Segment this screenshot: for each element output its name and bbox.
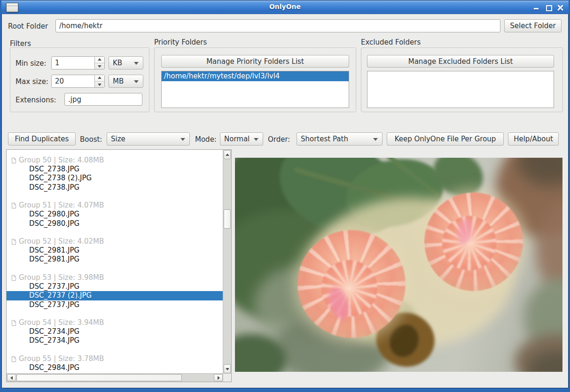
duplicate-group: Group 50 | Size: 4.08MBDSC_2738.JPGDSC_2… <box>7 156 223 192</box>
max-size-spinner[interactable]: 20 <box>51 75 105 88</box>
extensions-input[interactable]: .jpg <box>64 93 142 106</box>
root-folder-input[interactable]: /home/hektr <box>55 19 500 32</box>
order-label: Order: <box>268 135 290 144</box>
vertical-scrollbar[interactable] <box>223 150 231 374</box>
order-value: Shortest Path <box>301 135 348 143</box>
filters-title: Filters <box>10 39 31 48</box>
scrollbar-corner <box>223 373 231 382</box>
manage-excluded-folders-button[interactable]: Manage Excluded Folders List <box>367 55 554 68</box>
file-row[interactable]: DSC_2738.JPG <box>7 183 223 192</box>
find-duplicates-button[interactable]: Find Duplicates <box>8 132 76 146</box>
boost-value: Size <box>111 135 125 143</box>
manage-priority-folders-button[interactable]: Manage Priority Folders List <box>161 55 349 68</box>
max-size-value[interactable]: 20 <box>52 75 94 87</box>
group-header: Group 55 | Size: 3.78MB <box>7 354 223 363</box>
max-size-down-icon[interactable] <box>95 81 104 88</box>
boost-dropdown[interactable]: Size <box>107 132 190 146</box>
excluded-folders-title: Excluded Folders <box>361 38 421 46</box>
file-row[interactable]: DSC_2737.JPG <box>7 282 223 291</box>
chevron-down-icon <box>373 138 378 141</box>
chevron-down-icon <box>180 138 185 141</box>
min-size-unit-dropdown[interactable]: KB <box>109 56 143 69</box>
mode-label: Mode: <box>195 135 217 144</box>
file-row[interactable]: DSC_2738 (2).JPG <box>7 174 223 183</box>
duplicates-panel: Group 50 | Size: 4.08MBDSC_2738.JPGDSC_2… <box>6 149 232 382</box>
boost-label: Boost: <box>80 135 102 144</box>
help-about-button[interactable]: Help/About <box>508 132 559 146</box>
order-dropdown[interactable]: Shortest Path <box>297 132 383 146</box>
file-row[interactable]: DSC_2980.JPG <box>7 210 223 219</box>
duplicates-list[interactable]: Group 50 | Size: 4.08MBDSC_2738.JPGDSC_2… <box>7 150 223 374</box>
close-icon[interactable] <box>557 4 564 11</box>
max-size-unit-value: MB <box>113 77 124 85</box>
excluded-folders-list[interactable] <box>367 71 554 108</box>
folder-list-item[interactable]: /home/hektr/mytest/dep/lvl3/lvl4 <box>162 71 349 81</box>
file-row[interactable]: DSC_2734.JPG <box>7 336 223 345</box>
scroll-left-icon[interactable] <box>7 374 16 381</box>
group-header: Group 54 | Size: 3.94MB <box>7 318 223 327</box>
file-row[interactable]: DSC_2737.JPG <box>7 300 223 309</box>
file-row[interactable]: DSC_2734.JPG <box>7 327 223 336</box>
scroll-up-icon[interactable] <box>224 150 231 159</box>
keep-onlyone-button[interactable]: Keep OnlyOne File Per Group <box>387 132 504 146</box>
group-header: Group 53 | Size: 3.98MB <box>7 273 223 282</box>
file-row[interactable]: DSC_2981.JPG <box>7 246 223 255</box>
chevron-down-icon <box>134 80 139 83</box>
group-header: Group 52 | Size: 4.02MB <box>7 237 223 246</box>
minimize-icon[interactable] <box>533 4 539 11</box>
mode-dropdown[interactable]: Normal <box>220 132 263 146</box>
image-preview <box>235 158 562 372</box>
priority-folders-list[interactable]: /home/hektr/mytest/dep/lvl3/lvl4 <box>161 71 349 108</box>
extensions-label: Extensions: <box>16 96 56 104</box>
chevron-down-icon <box>254 138 258 141</box>
file-row[interactable]: DSC_2981.JPG <box>7 255 223 264</box>
priority-folders-title: Priority Folders <box>154 38 207 46</box>
min-size-value[interactable]: 1 <box>52 57 94 69</box>
min-size-up-icon[interactable] <box>95 57 104 63</box>
duplicate-group: Group 53 | Size: 3.98MBDSC_2737.JPGDSC_2… <box>7 273 223 309</box>
scroll-right-icon[interactable] <box>214 374 223 381</box>
duplicate-group: Group 54 | Size: 3.94MBDSC_2734.JPGDSC_2… <box>7 318 223 346</box>
min-size-spinner[interactable]: 1 <box>51 56 105 69</box>
scroll-down-icon[interactable] <box>224 364 231 373</box>
rose-flower-left <box>297 230 406 338</box>
file-row[interactable]: DSC_2980.JPG <box>7 219 223 228</box>
select-folder-button[interactable]: Select Folder <box>504 19 562 32</box>
group-header: Group 50 | Size: 4.08MB <box>7 156 223 165</box>
maximize-icon[interactable] <box>545 4 552 11</box>
duplicate-group: Group 55 | Size: 3.78MBDSC_2984.JPG <box>7 354 223 372</box>
min-size-down-icon[interactable] <box>95 63 104 69</box>
max-size-unit-dropdown[interactable]: MB <box>109 75 143 88</box>
vertical-scroll-thumb[interactable] <box>224 209 231 229</box>
duplicate-group: Group 52 | Size: 4.02MBDSC_2981.JPGDSC_2… <box>7 237 223 264</box>
max-size-up-icon[interactable] <box>95 75 104 81</box>
mode-value: Normal <box>224 135 250 143</box>
file-row[interactable]: DSC_2738.JPG <box>7 165 223 174</box>
rose-flower-right <box>424 192 523 291</box>
min-size-unit-value: KB <box>113 59 122 67</box>
file-row[interactable]: DSC_2737 (2).JPG <box>7 291 223 300</box>
horizontal-scroll-thumb[interactable] <box>16 374 182 381</box>
group-header: Group 51 | Size: 4.07MB <box>7 201 223 210</box>
chevron-down-icon <box>134 62 139 65</box>
root-folder-label: Root Folder <box>8 22 48 31</box>
max-size-label: Max size: <box>16 77 48 86</box>
titlebar[interactable]: OnlyOne <box>1 0 569 14</box>
horizontal-scrollbar[interactable] <box>7 373 223 382</box>
min-size-label: Min size: <box>16 59 47 68</box>
window-title: OnlyOne <box>1 3 569 10</box>
onlyone-window: OnlyOne Root Folder /home/hektr Select F… <box>0 0 570 392</box>
file-row[interactable]: DSC_2984.JPG <box>7 363 223 372</box>
duplicate-group: Group 51 | Size: 4.07MBDSC_2980.JPGDSC_2… <box>7 201 223 228</box>
